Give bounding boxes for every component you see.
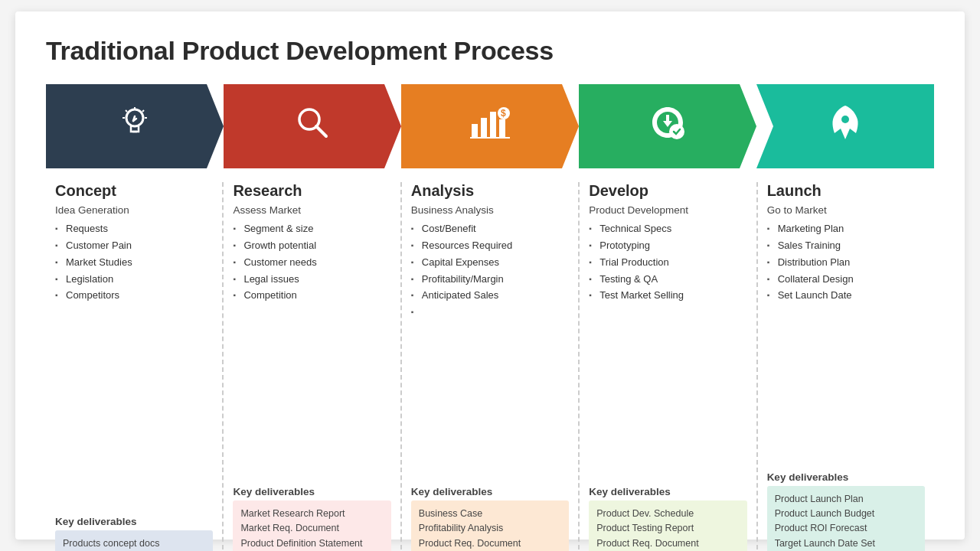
svg-line-3 xyxy=(142,110,144,112)
list-item: Cost/Benefit xyxy=(411,222,569,236)
col-concept-deliverables-label: Key deliverables xyxy=(55,516,213,527)
col-concept-bullets: Requests Customer Pain Market Studies Le… xyxy=(55,222,213,366)
col-develop-deliverables-box: Product Dev. Schedule Product Testing Re… xyxy=(589,500,746,551)
deliverable-item: Market Req. Document xyxy=(240,523,339,533)
svg-text:$: $ xyxy=(501,108,506,119)
research-icon xyxy=(292,103,332,151)
chevron-launch xyxy=(756,84,934,168)
deliverable-item: Product Req. Document xyxy=(596,538,698,549)
list-item: Marketing Plan xyxy=(767,222,925,236)
list-item: Competition xyxy=(233,289,390,303)
deliverable-item: Product Definition Statement xyxy=(240,538,362,549)
list-item: Growth potential xyxy=(233,239,390,253)
list-item: Market Studies xyxy=(55,256,213,270)
col-develop-bullets: Technical Specs Prototyping Trial Produc… xyxy=(589,222,746,350)
col-concept-deliverables-box: Products concept docs xyxy=(55,530,213,551)
list-item: Customer Pain xyxy=(55,239,213,253)
list-item: Customer needs xyxy=(233,256,390,270)
svg-line-4 xyxy=(126,110,127,112)
col-launch-subtitle: Go to Market xyxy=(767,204,925,216)
col-launch-deliverables-label: Key deliverables xyxy=(767,471,925,483)
svg-rect-13 xyxy=(490,112,496,138)
col-research-title: Research xyxy=(233,182,390,200)
col-research-subtitle: Assess Market xyxy=(233,204,390,216)
col-launch-bullets: Marketing Plan Sales Training Distributi… xyxy=(767,222,925,344)
col-concept-subtitle: Idea Generation xyxy=(55,204,213,216)
col-concept: Concept Idea Generation Requests Custome… xyxy=(46,182,224,551)
list-item: Resources Required xyxy=(411,239,569,253)
columns-row: Concept Idea Generation Requests Custome… xyxy=(46,182,934,551)
col-analysis-deliverables-box: Business Case Profitability Analysis Pro… xyxy=(411,500,569,551)
col-analysis-title: Analysis xyxy=(411,182,569,200)
col-analysis-bullets: Cost/Benefit Resources Required Capital … xyxy=(411,222,569,350)
col-research-deliverables-box: Market Research Report Market Req. Docum… xyxy=(233,500,390,551)
list-item: Test Market Selling xyxy=(589,289,746,303)
col-concept-title: Concept xyxy=(55,182,213,200)
concept-icon xyxy=(115,103,155,151)
deliverable-item: Product Req. Document xyxy=(419,538,521,549)
deliverable-item: Products concept docs xyxy=(63,538,159,549)
list-item: Legislation xyxy=(55,272,213,287)
develop-icon xyxy=(646,101,689,152)
chevron-develop xyxy=(579,84,756,168)
col-research-bullets: Segment & size Growth potential Customer… xyxy=(233,222,390,350)
list-item: Set Launch Date xyxy=(767,289,925,303)
list-item: Legal issues xyxy=(233,272,390,287)
list-item: Collateral Design xyxy=(767,272,925,287)
list-item: Segment & size xyxy=(233,222,390,236)
page-title: Traditional Product Development Process xyxy=(46,36,934,66)
col-analysis-deliverables-label: Key deliverables xyxy=(411,486,569,497)
col-launch-deliverables-box: Product Launch Plan Product Launch Budge… xyxy=(767,486,925,552)
col-launch: Launch Go to Market Marketing Plan Sales… xyxy=(758,182,934,551)
col-develop: Develop Product Development Technical Sp… xyxy=(580,182,757,551)
analysis-icon: $ xyxy=(469,103,511,151)
deliverable-item: Product Launch Plan xyxy=(775,494,864,504)
col-research: Research Assess Market Segment & size Gr… xyxy=(224,182,401,551)
list-item: Requests xyxy=(55,222,213,236)
deliverable-item: Product Dev. Schedule xyxy=(596,508,694,519)
chevron-analysis: $ xyxy=(401,84,579,168)
deliverable-item: Profitability Analysis xyxy=(419,523,503,533)
deliverable-item: Market Research Report xyxy=(240,508,345,519)
slide: Traditional Product Development Process xyxy=(15,11,965,540)
list-item: Competitors xyxy=(55,289,213,303)
col-analysis: Analysis Business Analysis Cost/Benefit … xyxy=(402,182,580,551)
svg-rect-11 xyxy=(472,124,478,138)
svg-rect-12 xyxy=(481,118,487,138)
svg-rect-14 xyxy=(499,119,505,138)
list-item: Testing & QA xyxy=(589,272,746,287)
list-item: Anticipated Sales xyxy=(411,289,569,303)
list-item: Trial Production xyxy=(589,256,746,270)
col-research-deliverables-label: Key deliverables xyxy=(233,486,390,497)
list-item: Prototyping xyxy=(589,239,746,253)
deliverable-item: Product Testing Report xyxy=(596,523,694,533)
list-item: Distribution Plan xyxy=(767,256,925,270)
col-develop-subtitle: Product Development xyxy=(589,204,746,216)
col-analysis-subtitle: Business Analysis xyxy=(411,204,569,216)
launch-icon xyxy=(825,103,865,151)
svg-point-19 xyxy=(841,116,849,123)
deliverable-item: Product Launch Budget xyxy=(775,508,875,519)
list-item: Technical Specs xyxy=(589,222,746,236)
list-item: Profitability/Margin xyxy=(411,272,569,287)
chevron-row: $ xyxy=(46,84,934,168)
col-launch-title: Launch xyxy=(767,182,925,200)
deliverable-item: Business Case xyxy=(419,508,482,519)
svg-line-10 xyxy=(316,126,326,136)
col-develop-title: Develop xyxy=(589,182,746,200)
list-item: Sales Training xyxy=(767,239,925,253)
list-item: Capital Expenses xyxy=(411,256,569,270)
chevron-concept xyxy=(46,84,224,168)
col-develop-deliverables-label: Key deliverables xyxy=(589,486,746,497)
chevron-research xyxy=(224,84,401,168)
deliverable-item: Target Launch Date Set xyxy=(775,538,875,549)
deliverable-item: Product ROI Forecast xyxy=(775,523,867,533)
